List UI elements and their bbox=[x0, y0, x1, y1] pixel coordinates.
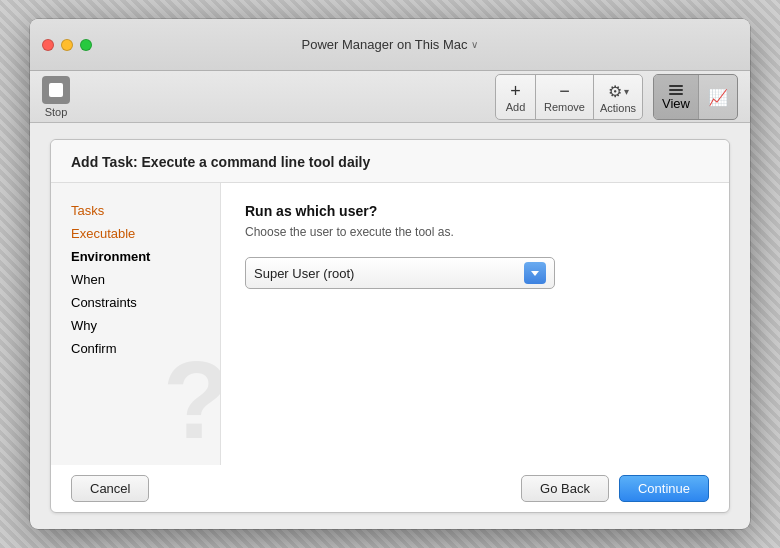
add-icon: + bbox=[510, 82, 521, 100]
remove-button[interactable]: − Remove bbox=[536, 75, 594, 119]
go-back-button[interactable]: Go Back bbox=[521, 475, 609, 502]
main-window: Power Manager on This Mac ∨ Stop + Add −… bbox=[30, 19, 750, 529]
actions-label: Actions bbox=[600, 102, 636, 114]
list-view-icon bbox=[669, 85, 683, 95]
nav-item-constraints[interactable]: Constraints bbox=[51, 291, 220, 314]
panel-description: Choose the user to execute the tool as. bbox=[245, 225, 705, 239]
actions-chevron-icon: ▾ bbox=[624, 86, 629, 97]
dialog-header: Add Task: Execute a command line tool da… bbox=[51, 140, 729, 183]
nav-why-label: Why bbox=[71, 318, 97, 333]
nav-item-environment[interactable]: Environment bbox=[51, 245, 220, 268]
view-group: View 📈 bbox=[653, 74, 738, 120]
dialog-title: Add Task: Execute a command line tool da… bbox=[71, 154, 370, 170]
cancel-button[interactable]: Cancel bbox=[71, 475, 149, 502]
content-area: Add Task: Execute a command line tool da… bbox=[30, 123, 750, 529]
dialog-body: ? Tasks Executable Environment When Cons… bbox=[51, 183, 729, 465]
nav-environment-label: Environment bbox=[71, 249, 150, 264]
continue-button[interactable]: Continue bbox=[619, 475, 709, 502]
stop-label: Stop bbox=[45, 106, 68, 118]
window-title-text: Power Manager on This Mac bbox=[302, 37, 468, 52]
nav-constraints-label: Constraints bbox=[71, 295, 137, 310]
sidebar-nav: ? Tasks Executable Environment When Cons… bbox=[51, 183, 221, 465]
main-panel: Run as which user? Choose the user to ex… bbox=[221, 183, 729, 465]
nav-executable-label: Executable bbox=[71, 226, 135, 241]
graph-view-icon: 📈 bbox=[708, 88, 728, 107]
nav-item-when[interactable]: When bbox=[51, 268, 220, 291]
stop-icon bbox=[42, 76, 70, 104]
add-button[interactable]: + Add bbox=[496, 75, 536, 119]
maximize-button[interactable] bbox=[80, 39, 92, 51]
panel-title: Run as which user? bbox=[245, 203, 705, 219]
window-title: Power Manager on This Mac ∨ bbox=[302, 37, 479, 52]
bottom-bar: Cancel Go Back Continue bbox=[51, 465, 729, 512]
toolbar-right: + Add − Remove ⚙ ▾ Actions bbox=[495, 74, 738, 120]
remove-label: Remove bbox=[544, 101, 585, 113]
nav-item-tasks[interactable]: Tasks bbox=[51, 199, 220, 222]
stop-button[interactable]: Stop bbox=[42, 76, 70, 118]
dropdown-arrow-icon bbox=[524, 262, 546, 284]
gear-icon: ⚙ bbox=[608, 82, 622, 101]
graph-view-button[interactable]: 📈 bbox=[699, 75, 737, 119]
close-button[interactable] bbox=[42, 39, 54, 51]
nav-when-label: When bbox=[71, 272, 105, 287]
dropdown-value: Super User (root) bbox=[254, 266, 354, 281]
nav-confirm-label: Confirm bbox=[71, 341, 117, 356]
nav-item-confirm[interactable]: Confirm bbox=[51, 337, 220, 360]
actions-button[interactable]: ⚙ ▾ Actions bbox=[594, 75, 642, 119]
nav-tasks-label: Tasks bbox=[71, 203, 104, 218]
toolbar-group-main: + Add − Remove ⚙ ▾ Actions bbox=[495, 74, 643, 120]
user-dropdown[interactable]: Super User (root) bbox=[245, 257, 555, 289]
view-label: View bbox=[662, 96, 690, 111]
bottom-right-buttons: Go Back Continue bbox=[521, 475, 709, 502]
actions-icon-group: ⚙ ▾ bbox=[608, 82, 629, 101]
stop-square bbox=[49, 83, 63, 97]
traffic-lights bbox=[42, 39, 92, 51]
titlebar: Power Manager on This Mac ∨ bbox=[30, 19, 750, 71]
list-view-button[interactable]: View bbox=[654, 75, 699, 119]
minimize-button[interactable] bbox=[61, 39, 73, 51]
title-chevron-icon: ∨ bbox=[471, 39, 478, 50]
add-label: Add bbox=[506, 101, 526, 113]
nav-item-why[interactable]: Why bbox=[51, 314, 220, 337]
nav-item-executable[interactable]: Executable bbox=[51, 222, 220, 245]
toolbar: Stop + Add − Remove ⚙ ▾ Actions bbox=[30, 71, 750, 123]
remove-icon: − bbox=[559, 82, 570, 100]
dialog-box: Add Task: Execute a command line tool da… bbox=[50, 139, 730, 513]
watermark: ? bbox=[163, 345, 221, 455]
